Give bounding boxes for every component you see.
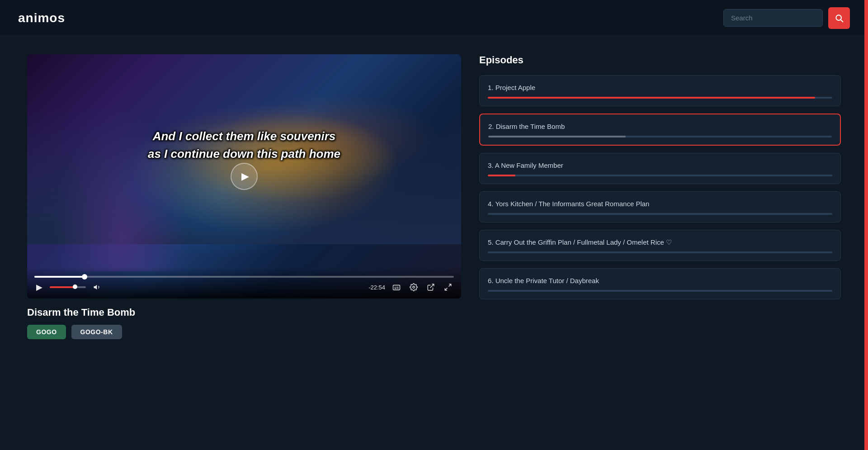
episode-card-2[interactable]: 2. Disarm the Time Bomb	[479, 114, 841, 146]
episode-card-4[interactable]: 4. Yors Kitchen / The Informants Great R…	[479, 191, 841, 223]
episode-progress-fill-3	[488, 175, 515, 176]
source-gogo-button[interactable]: GOGO	[27, 325, 66, 339]
fullscreen-button[interactable]	[442, 281, 454, 293]
episodes-title: Episodes	[479, 54, 841, 66]
video-player[interactable]: And I collect them like souvenirs as I c…	[27, 54, 461, 298]
episodes-section: Episodes 1. Project Apple2. Disarm the T…	[479, 54, 841, 339]
video-controls: ▶ -22:54	[27, 267, 461, 298]
cc-icon	[392, 283, 401, 291]
episode-card-6[interactable]: 6. Uncle the Private Tutor / Daybreak	[479, 268, 841, 299]
volume-button[interactable]	[91, 281, 103, 293]
search-button[interactable]	[828, 7, 850, 29]
share-button[interactable]	[425, 281, 437, 293]
subtitles-button[interactable]	[391, 281, 402, 293]
video-title: Disarm the Time Bomb	[27, 307, 461, 318]
svg-point-8	[413, 286, 415, 289]
svg-line-1	[841, 19, 843, 22]
episode-progress-fill-2	[488, 136, 626, 137]
character-area	[54, 109, 190, 271]
episode-name-5: 5. Carry Out the Griffin Plan / Fullmeta…	[488, 237, 832, 247]
svg-rect-3	[393, 285, 400, 290]
play-button[interactable]: ▶	[34, 280, 44, 294]
volume-fill	[50, 286, 75, 288]
controls-row: ▶ -22:54	[34, 280, 454, 294]
episode-progress-bar-2	[488, 136, 832, 137]
progress-fill	[34, 276, 85, 278]
svg-line-10	[449, 284, 451, 286]
episode-progress-bar-3	[488, 175, 832, 176]
episode-progress-bar-1	[488, 97, 832, 99]
logo: animos	[18, 11, 65, 25]
svg-line-9	[430, 284, 434, 288]
main-content: And I collect them like souvenirs as I c…	[0, 36, 859, 357]
progress-bar[interactable]	[34, 276, 454, 278]
play-overlay-button[interactable]	[231, 163, 258, 190]
episode-progress-bar-4	[488, 213, 832, 215]
settings-button[interactable]	[408, 281, 420, 293]
episode-card-5[interactable]: 5. Carry Out the Griffin Plan / Fullmeta…	[479, 230, 841, 261]
episode-name-6: 6. Uncle the Private Tutor / Daybreak	[488, 276, 832, 285]
fullscreen-icon	[444, 283, 452, 291]
episodes-list: 1. Project Apple2. Disarm the Time Bomb3…	[479, 75, 841, 299]
share-icon	[427, 283, 435, 291]
source-buttons: GOGO GOGO-BK	[27, 325, 461, 339]
header: animos	[0, 0, 868, 36]
episode-name-4: 4. Yors Kitchen / The Informants Great R…	[488, 199, 832, 208]
svg-marker-2	[94, 285, 97, 290]
episode-progress-bar-5	[488, 251, 832, 253]
source-gogobk-button[interactable]: GOGO-BK	[71, 325, 122, 339]
episode-card-3[interactable]: 3. A New Family Member	[479, 153, 841, 184]
episode-name-3: 3. A New Family Member	[488, 161, 832, 170]
time-display: -22:54	[368, 284, 385, 291]
svg-line-11	[445, 288, 447, 290]
volume-bar[interactable]	[50, 286, 86, 288]
episode-progress-bar-6	[488, 290, 832, 292]
episode-name-2: 2. Disarm the Time Bomb	[488, 122, 832, 131]
header-right	[723, 7, 850, 29]
search-icon	[835, 14, 844, 23]
episode-card-1[interactable]: 1. Project Apple	[479, 75, 841, 106]
episode-progress-fill-1	[488, 97, 815, 99]
speaker-icon	[93, 283, 101, 291]
video-section: And I collect them like souvenirs as I c…	[27, 54, 461, 339]
search-input[interactable]	[723, 9, 823, 27]
episode-name-1: 1. Project Apple	[488, 83, 832, 92]
gear-icon	[410, 283, 418, 291]
